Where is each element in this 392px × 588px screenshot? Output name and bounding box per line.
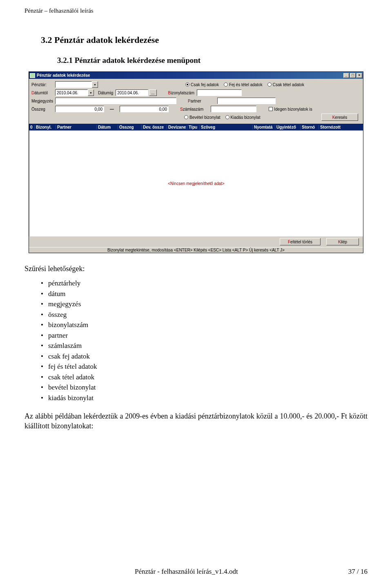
radio-csak-tetel[interactable]: Csak tétel adatok bbox=[267, 82, 304, 87]
penztar-dropdown-icon[interactable]: ▼ bbox=[92, 81, 98, 88]
megjegyzes-input[interactable] bbox=[55, 98, 176, 104]
col-partner[interactable]: Partner bbox=[56, 125, 97, 129]
grid-header: 0 Bizonyl. Partner Dátum Összeg Dev. öss… bbox=[29, 124, 363, 130]
list-item: csak fej adatok bbox=[41, 351, 368, 362]
radio-csak-fej-label: Csak fej adatok bbox=[191, 82, 219, 87]
list-item: összeg bbox=[41, 310, 368, 320]
radio-csak-tetel-label: Csak tétel adatok bbox=[273, 82, 304, 87]
megjegyzes-label: Megjegyzés bbox=[31, 99, 55, 103]
col-devossz[interactable]: Dev. össze bbox=[142, 125, 167, 129]
col-stornozott[interactable]: Stornózott bbox=[319, 125, 363, 129]
page-footer: Pénztár - felhasználói leírás_v1.4.odt 3… bbox=[24, 568, 368, 576]
radio-bevetel[interactable]: Bevétel bizonylat bbox=[184, 115, 220, 120]
idegen-checkbox[interactable]: Idegen bizonylatok is bbox=[269, 107, 312, 111]
radio-icon bbox=[267, 82, 272, 87]
col-szoveg[interactable]: Szöveg bbox=[200, 125, 253, 129]
list-item: bizonylatszám bbox=[41, 320, 368, 330]
col-storno[interactable]: Stornó bbox=[301, 125, 319, 129]
data-scope-radio-group: Csak fej adatok Fej és tétel adatok Csak… bbox=[184, 82, 304, 87]
datumig-input[interactable] bbox=[116, 89, 148, 96]
datumtol-input[interactable] bbox=[55, 89, 88, 96]
list-item: pénztárhely bbox=[41, 278, 368, 289]
kereses-button[interactable]: Keresés bbox=[321, 114, 358, 121]
window-footer-buttons: Feltétel törlés Kilép bbox=[29, 236, 363, 247]
list-item: bevétel bizonylat bbox=[41, 382, 368, 393]
status-bar: Bizonylat megtekintése, modosítása <ENTE… bbox=[29, 247, 363, 253]
footer-filename: Pénztár - felhasználói leírás_v1.4.odt bbox=[135, 568, 238, 575]
list-item: fej és tétel adatok bbox=[41, 361, 368, 372]
maximize-button[interactable]: □ bbox=[350, 73, 356, 78]
col-datum[interactable]: Dátum bbox=[97, 125, 118, 129]
radio-kiadas[interactable]: Kiadás bizonylat bbox=[225, 115, 261, 120]
radio-fej-es-tetel-label: Fej és tétel adatok bbox=[229, 82, 263, 87]
filter-bullet-list: pénztárhely dátum megjegyzés összeg bizo… bbox=[41, 278, 368, 403]
osszeg-label: Összeg bbox=[31, 107, 55, 111]
radio-kiadas-label: Kiadás bizonylat bbox=[231, 115, 261, 120]
app-icon bbox=[30, 73, 35, 78]
partner-input[interactable] bbox=[217, 98, 276, 104]
footer-page-number: 37 / 16 bbox=[348, 568, 368, 576]
filter-form: Pénztár: ▼ Csak fej adatok Fej és tétel … bbox=[29, 79, 363, 124]
checkbox-icon bbox=[269, 107, 273, 111]
col-bizonyl[interactable]: Bizonyl. bbox=[35, 125, 56, 129]
col-nyomtat[interactable]: Nyomtatá bbox=[253, 125, 275, 129]
osszeg-to-input[interactable] bbox=[120, 106, 169, 112]
list-item: számlaszám bbox=[41, 341, 368, 351]
date-picker-button[interactable]: ... bbox=[149, 89, 156, 96]
range-dash: — bbox=[110, 107, 114, 111]
titlebar: Pénztár adatok lekérdezése _ □ × bbox=[29, 72, 363, 79]
filter-heading: Szűrési lehetőségek: bbox=[24, 265, 368, 273]
datumtol-dropdown-icon[interactable]: ▼ bbox=[88, 89, 94, 96]
biz-type-radio-group: Bevétel bizonylat Kiadás bizonylat bbox=[183, 115, 260, 120]
idegen-label: Idegen bizonylatok is bbox=[274, 107, 312, 111]
window-title: Pénztár adatok lekérdezése bbox=[37, 73, 343, 78]
col-osszeg[interactable]: Összeg bbox=[118, 125, 142, 129]
list-item: dátum bbox=[41, 289, 368, 299]
app-window: Pénztár adatok lekérdezése _ □ × Pénztár… bbox=[29, 71, 363, 253]
list-item: csak tétel adatok bbox=[41, 372, 368, 383]
penztar-input[interactable] bbox=[55, 81, 92, 88]
bizonylatszam-label: Bizonylatszám bbox=[168, 91, 194, 95]
datumig-label: Dátumig bbox=[98, 91, 113, 95]
szamlaszam-input[interactable] bbox=[211, 106, 256, 112]
radio-csak-fej[interactable]: Csak fej adatok bbox=[185, 82, 219, 87]
list-item: partner bbox=[41, 330, 368, 341]
section-heading: 3.2 Pénztár adatok lekérdezése bbox=[41, 35, 368, 45]
subsection-heading: 3.2.1 Pénztár adatok lekérdezése menüpon… bbox=[57, 56, 368, 65]
body-paragraph: Az alábbi példában lekérdeztük a 2009-es… bbox=[24, 411, 368, 431]
penztar-label: Pénztár: bbox=[31, 82, 55, 87]
radio-icon bbox=[225, 115, 229, 119]
grid-body: <Nincsen megjeleníthető adat> bbox=[29, 130, 363, 236]
bizonylatszam-input[interactable] bbox=[197, 89, 242, 96]
osszeg-from-input[interactable] bbox=[55, 106, 104, 112]
radio-icon bbox=[224, 82, 228, 87]
list-item: megjegyzés bbox=[41, 299, 368, 310]
radio-bevetel-label: Bevétel bizonylat bbox=[189, 115, 220, 120]
list-item: kiadás bizonylat bbox=[41, 393, 368, 403]
close-button[interactable]: × bbox=[356, 73, 362, 78]
feltetel-torles-button[interactable]: Feltétel törlés bbox=[280, 238, 321, 245]
col-ugyintezo[interactable]: Ügyintéző bbox=[275, 125, 301, 129]
kilep-button[interactable]: Kilép bbox=[326, 238, 359, 245]
partner-label: Partner bbox=[188, 99, 201, 103]
col-devizane[interactable]: Devizane bbox=[167, 125, 187, 129]
document-header: Pénztár – felhasználói leírás bbox=[24, 7, 368, 14]
col-0[interactable]: 0 bbox=[29, 125, 35, 129]
radio-fej-es-tetel[interactable]: Fej és tétel adatok bbox=[224, 82, 263, 87]
radio-icon bbox=[185, 82, 189, 87]
radio-icon bbox=[184, 115, 188, 119]
minimize-button[interactable]: _ bbox=[343, 73, 349, 78]
szamlaszam-label: Számlaszám bbox=[180, 107, 203, 111]
col-tipus[interactable]: Típu bbox=[187, 125, 200, 129]
grid-empty-text: <Nincsen megjeleníthető adat> bbox=[168, 181, 224, 186]
datumtol-label: Dátumtól bbox=[31, 91, 55, 95]
